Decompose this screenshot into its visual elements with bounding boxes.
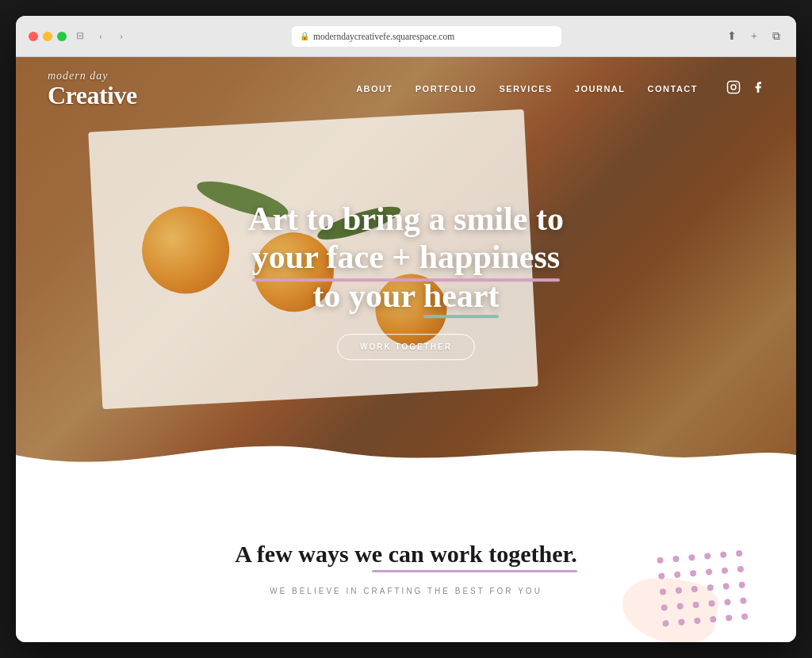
nav-links: ABOUT PORTFOLIO SERVICES JOURNAL CONTACT [356, 80, 764, 98]
lock-icon: 🔒 [300, 32, 309, 40]
hero-title: Art to bring a smile to your face + happ… [168, 200, 644, 315]
wave-separator [16, 431, 796, 477]
back-icon[interactable]: ‹ [94, 29, 108, 44]
nav-contact[interactable]: CONTACT [648, 84, 698, 94]
nav-portfolio[interactable]: PORTFOLIO [416, 84, 477, 94]
bottom-subtitle: WE BELIEVE IN CRAFTING THE BEST FOR YOU [270, 587, 542, 595]
close-button[interactable] [29, 32, 38, 41]
address-bar[interactable]: 🔒 moderndaycreativefe.squarespace.com [292, 26, 561, 47]
url-text: moderndaycreativefe.squarespace.com [313, 32, 454, 41]
cta-button[interactable]: WORK TOGETHER [337, 334, 475, 360]
navbar: modern day Creative ABOUT PORTFOLIO SERV… [16, 57, 796, 121]
webpage: modern day Creative ABOUT PORTFOLIO SERV… [16, 57, 796, 642]
hero-title-line1: Art to bring a smile to [248, 201, 564, 237]
maximize-button[interactable] [57, 32, 67, 41]
facebook-icon[interactable] [752, 80, 764, 98]
hero-section: modern day Creative ABOUT PORTFOLIO SERV… [16, 57, 796, 477]
minimize-button[interactable] [43, 32, 52, 41]
bottom-title: A few ways we can work together. [235, 541, 576, 568]
logo-script: modern day [48, 70, 137, 82]
tabs-icon[interactable]: ⧉ [769, 29, 783, 44]
nav-about[interactable]: ABOUT [356, 84, 393, 94]
nav-social [726, 80, 764, 98]
forward-icon[interactable]: › [114, 29, 128, 44]
nav-services[interactable]: SERVICES [499, 84, 552, 94]
dots-decoration [660, 553, 749, 626]
nav-journal[interactable]: JOURNAL [575, 84, 626, 94]
svg-point-1 [731, 85, 736, 90]
svg-rect-0 [728, 82, 740, 94]
instagram-icon[interactable] [726, 80, 741, 98]
hero-title-line3: to your heart [313, 277, 500, 314]
browser-chrome: ⊟ ‹ › 🔒 moderndaycreativefe.squarespace.… [16, 16, 796, 57]
traffic-lights [29, 32, 67, 41]
hero-content: Art to bring a smile to your face + happ… [168, 200, 644, 360]
bottom-section: A few ways we can work together. WE BELI… [16, 477, 796, 642]
logo[interactable]: modern day Creative [48, 70, 137, 108]
share-icon[interactable]: ⬆ [725, 29, 739, 44]
hero-title-line2: your face + happiness [252, 239, 560, 277]
new-tab-icon[interactable]: + [747, 29, 761, 44]
svg-point-2 [736, 83, 737, 85]
sidebar-toggle-icon[interactable]: ⊟ [73, 29, 87, 44]
browser-window: ⊟ ‹ › 🔒 moderndaycreativefe.squarespace.… [16, 16, 796, 642]
logo-main: Creative [48, 82, 137, 108]
